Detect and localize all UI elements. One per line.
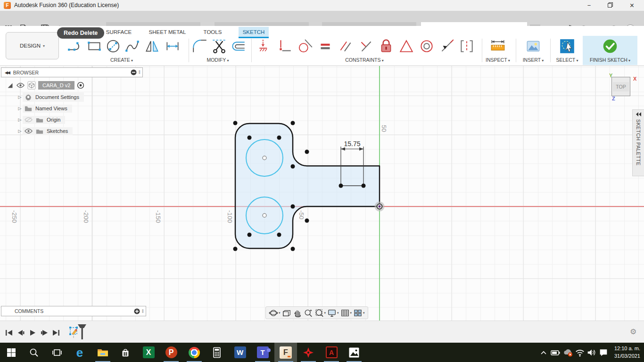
modify-group-label[interactable]: MODIFY xyxy=(195,57,240,64)
taskbar-file-explorer-icon[interactable] xyxy=(91,343,114,362)
concentric-constraint-icon[interactable] xyxy=(418,38,435,55)
maximize-button[interactable] xyxy=(600,0,621,11)
equal-constraint-icon[interactable] xyxy=(317,38,334,55)
caret-icon[interactable]: ▾ xyxy=(363,311,365,315)
expand-caret-icon[interactable]: ▷ xyxy=(17,106,23,111)
horizontal-vertical-constraint-icon[interactable] xyxy=(276,38,293,55)
taskbar-calculator-icon[interactable] xyxy=(206,343,228,362)
go-to-start-button[interactable] xyxy=(5,329,14,337)
taskbar-cad-star-app-icon[interactable] xyxy=(297,343,320,362)
browser-root-row[interactable]: CARA_D v2 xyxy=(7,80,84,91)
workspace-selector[interactable]: DESIGN▾ xyxy=(6,32,59,59)
browser-item-origin[interactable]: ▷ Origin xyxy=(17,114,65,125)
go-to-end-button[interactable] xyxy=(52,329,61,337)
browser-item-document-settings[interactable]: ▷ Document Settings xyxy=(17,91,84,103)
finish-sketch-group-label[interactable]: FINISH SKETCH xyxy=(583,57,637,64)
tab-sketch[interactable]: SKETCH xyxy=(239,27,269,38)
circle-center-point[interactable] xyxy=(263,156,266,160)
action-center-icon[interactable] xyxy=(598,343,609,362)
circle-center-point[interactable] xyxy=(263,214,266,217)
circle-tool-icon[interactable] xyxy=(105,38,122,55)
taskbar-powerpoint-icon[interactable]: P xyxy=(160,343,182,362)
browser-item-named-views[interactable]: ▷ Named Views xyxy=(17,103,72,114)
wifi-icon[interactable] xyxy=(574,343,586,362)
viewports-icon[interactable]: ▾ xyxy=(353,308,365,318)
dimension-value[interactable]: 15.75 xyxy=(344,140,360,148)
line-tool-icon[interactable] xyxy=(67,38,84,55)
tab-tools[interactable]: TOOLS xyxy=(201,27,224,37)
parallel-constraint-icon[interactable] xyxy=(337,38,354,55)
taskbar-excel-icon[interactable]: X xyxy=(137,343,160,362)
browser-item-sketches[interactable]: ▷ Sketches xyxy=(17,125,73,137)
step-back-button[interactable] xyxy=(17,329,26,337)
view-cube[interactable]: Y X Z TOP xyxy=(603,71,641,105)
taskbar-chrome-icon[interactable] xyxy=(183,343,206,362)
offset-tool-icon[interactable] xyxy=(230,38,247,55)
orbit-icon[interactable]: ▾ xyxy=(269,308,281,318)
tangent-constraint-icon[interactable] xyxy=(297,38,314,55)
zoom-icon[interactable] xyxy=(304,308,313,318)
tab-sheet-metal[interactable]: SHEET METAL xyxy=(146,27,189,37)
step-forward-button[interactable] xyxy=(40,329,50,337)
perpendicular-constraint-icon[interactable] xyxy=(357,38,374,55)
fix-unfix-constraint-icon[interactable] xyxy=(378,38,395,55)
caret-icon[interactable]: ▾ xyxy=(279,311,281,315)
minimize-button[interactable]: − xyxy=(578,0,600,11)
rectangle-tool-icon[interactable] xyxy=(86,38,103,55)
taskbar-edge-icon[interactable]: e xyxy=(68,343,91,362)
fit-icon[interactable]: ▾ xyxy=(314,308,326,318)
mirror-tool-icon[interactable] xyxy=(144,38,161,55)
expand-caret-icon[interactable]: ▷ xyxy=(17,129,23,133)
finish-sketch-icon[interactable] xyxy=(602,38,619,55)
look-at-icon[interactable] xyxy=(282,308,291,318)
task-view-icon[interactable] xyxy=(46,343,68,362)
taskbar-word-icon[interactable]: W xyxy=(229,343,251,362)
taskbar-fusion-360-icon[interactable]: F xyxy=(274,343,297,362)
trim-tool-icon[interactable] xyxy=(211,38,228,55)
play-button[interactable] xyxy=(28,329,38,337)
expand-caret-icon[interactable]: ▷ xyxy=(17,95,23,99)
panel-drag-handle[interactable]: ‖ xyxy=(139,70,140,75)
taskbar-photos-icon[interactable] xyxy=(343,343,365,362)
root-component-name[interactable]: CARA_D v2 xyxy=(38,81,74,90)
coincident-constraint-icon[interactable] xyxy=(256,38,273,55)
sketch-dimension-tool-icon[interactable] xyxy=(164,38,181,55)
taskbar-teams-icon[interactable]: T xyxy=(251,343,274,362)
select-tool-icon[interactable] xyxy=(559,38,576,55)
panel-drag-handle[interactable]: ‖ xyxy=(142,309,144,314)
grid-settings-icon[interactable]: ▾ xyxy=(340,308,352,318)
insert-image-icon[interactable] xyxy=(525,38,542,55)
expand-caret-icon[interactable]: ▷ xyxy=(17,117,23,122)
taskbar-acrobat-icon[interactable]: A xyxy=(320,343,343,362)
start-button[interactable] xyxy=(0,343,23,362)
symmetry-constraint-icon[interactable] xyxy=(458,38,475,55)
create-group-label[interactable]: CREATE xyxy=(99,57,144,64)
visibility-off-eye-icon[interactable] xyxy=(25,117,33,123)
activate-component-icon[interactable] xyxy=(77,82,84,89)
timeline-settings-gear-icon[interactable]: ⚙ xyxy=(630,327,636,336)
midpoint-constraint-icon[interactable] xyxy=(438,38,455,55)
tab-surface[interactable]: SURFACE xyxy=(105,27,133,37)
timeline-marker[interactable] xyxy=(77,323,87,340)
origin-point[interactable] xyxy=(375,202,385,212)
collapse-panel-icon[interactable]: ◀◀ xyxy=(5,70,9,75)
design-canvas[interactable]: 15.75 -250 -200 -150 xyxy=(0,66,644,321)
volume-icon[interactable] xyxy=(586,343,597,362)
visibility-eye-icon[interactable] xyxy=(17,82,25,88)
close-button[interactable]: × xyxy=(621,0,643,11)
browser-header[interactable]: ◀◀ BROWSER ‖ xyxy=(1,67,143,77)
taskbar-clock[interactable]: 12:10 a. m. 31/03/2021 xyxy=(609,345,640,360)
remove-panel-icon[interactable] xyxy=(131,69,137,75)
comments-bar[interactable]: COMMENTS ‖ xyxy=(1,306,146,316)
pan-icon[interactable] xyxy=(293,308,302,318)
visibility-eye-icon[interactable] xyxy=(25,128,33,134)
measure-tool-icon[interactable] xyxy=(489,38,506,55)
viewcube-top-face[interactable]: TOP xyxy=(611,77,630,96)
display-settings-icon[interactable]: ▾ xyxy=(327,308,339,318)
caret-icon[interactable]: ▾ xyxy=(350,311,352,315)
fillet-tool-icon[interactable] xyxy=(191,38,208,55)
taskbar-search-icon[interactable] xyxy=(23,343,45,362)
caret-icon[interactable]: ▾ xyxy=(337,311,339,315)
polygon-constraint-icon[interactable] xyxy=(398,38,415,55)
hidden-icons-chevron[interactable] xyxy=(538,343,549,362)
